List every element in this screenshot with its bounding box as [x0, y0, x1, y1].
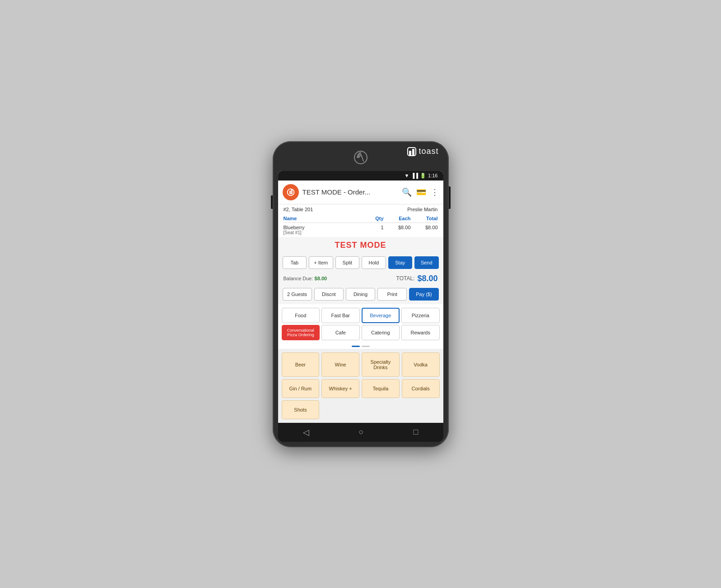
total-amount: $8.00 [417, 274, 437, 283]
signal-icon: ▐▐ [411, 173, 418, 178]
nav-recent[interactable]: □ [414, 427, 419, 437]
cat-cafe[interactable]: Cafe [321, 325, 360, 340]
side-button-left [271, 195, 273, 209]
total-label: TOTAL: [396, 275, 415, 282]
menu-section: Beer Wine Specialty Drinks Vodka Gin / R… [278, 349, 443, 423]
send-button[interactable]: Send [414, 256, 439, 269]
category-tabs-row1: Food Fast Bar Beverage Pizzeria [282, 308, 440, 323]
menu-beer[interactable]: Beer [282, 352, 320, 377]
balance-info: Balance Due: $8.00 [284, 276, 327, 281]
test-mode-banner: TEST MODE [278, 237, 443, 254]
menu-specialty-drinks[interactable]: Specialty Drinks [362, 352, 400, 377]
balance-amount: $8.00 [315, 276, 327, 281]
svg-rect-2 [408, 148, 416, 156]
cat-rewards[interactable]: Rewards [401, 325, 440, 340]
wifi-icon: ▼ [405, 173, 409, 178]
item-button[interactable]: + Item [309, 256, 333, 269]
menu-grid-row1: Beer Wine Specialty Drinks Vodka [282, 352, 440, 377]
order-row: Blueberry [Seat #1] 1 $8.00 $8.00 [284, 223, 438, 237]
battery-icon: 🔋 [420, 173, 426, 179]
nav-back[interactable]: ◁ [303, 427, 309, 437]
cat-catering[interactable]: Catering [362, 325, 400, 340]
app-logo [283, 184, 299, 200]
guests-button[interactable]: 2 Guests [283, 288, 312, 301]
table-info: #2, Table 201 [284, 207, 313, 212]
nfc-icon [353, 149, 369, 166]
toast-logo: toast [407, 147, 438, 157]
tab-indicator [282, 344, 440, 349]
svg-rect-5 [289, 190, 291, 194]
menu-empty-2 [362, 400, 400, 419]
hold-button[interactable]: Hold [362, 256, 386, 269]
order-table: Name Qty Each Total Blueberry [Seat #1] … [278, 214, 443, 237]
screen: ▼ ▐▐ 🔋 1:16 TEST MODE - Order... 🔍 💳 ⋮ #… [278, 171, 443, 442]
app-bar-actions: 🔍 💳 ⋮ [402, 187, 439, 197]
menu-empty-3 [402, 400, 440, 419]
split-button[interactable]: Split [335, 256, 360, 269]
more-menu-icon[interactable]: ⋮ [431, 187, 439, 197]
menu-whiskey[interactable]: Whiskey + [321, 379, 359, 398]
item-seat: [Seat #1] [284, 230, 366, 235]
item-name: Blueberry [284, 225, 366, 230]
order-info-bar: #2, Table 201 Preslie Martin [278, 204, 443, 214]
status-icons: ▼ ▐▐ 🔋 1:16 [405, 173, 438, 179]
item-cell: Blueberry [Seat #1] [284, 225, 366, 235]
dot-2 [362, 346, 370, 347]
pay-button[interactable]: Pay ($) [409, 288, 438, 301]
svg-rect-4 [412, 149, 414, 155]
nav-home[interactable]: ○ [359, 427, 364, 437]
balance-label: Balance Due: [284, 276, 313, 281]
menu-cordials[interactable]: Cordials [402, 379, 440, 398]
wallet-icon[interactable]: 💳 [416, 187, 426, 197]
device-top: toast [278, 149, 443, 171]
col-total: Total [411, 216, 438, 221]
menu-vodka[interactable]: Vodka [402, 352, 440, 377]
device: toast ▼ ▐▐ 🔋 1:16 TEST MODE - Order... 🔍… [273, 141, 449, 447]
menu-grid-row2: Gin / Rum Whiskey + Tequila Cordials [282, 379, 440, 398]
order-table-header: Name Qty Each Total [284, 214, 438, 223]
balance-row: Balance Due: $8.00 TOTAL: $8.00 [278, 272, 443, 286]
category-tabs-row2: Conversational Pizza Ordering Cafe Cater… [282, 325, 440, 344]
dot-1 [352, 346, 360, 347]
time: 1:16 [428, 173, 437, 178]
svg-rect-3 [409, 151, 411, 155]
item-each: $8.00 [384, 225, 411, 235]
bottom-action-row: 2 Guests Discnt Dining Print Pay ($) [278, 286, 443, 304]
action-row-1: Tab + Item Split Hold Stay Send [278, 254, 443, 272]
status-bar: ▼ ▐▐ 🔋 1:16 [278, 171, 443, 181]
col-each: Each [384, 216, 411, 221]
col-name: Name [284, 216, 366, 221]
stay-button[interactable]: Stay [388, 256, 413, 269]
app-title: TEST MODE - Order... [302, 188, 398, 196]
svg-line-1 [361, 154, 363, 161]
print-button[interactable]: Print [377, 288, 407, 301]
tab-button[interactable]: Tab [283, 256, 307, 269]
svg-point-0 [354, 151, 367, 164]
item-qty: 1 [366, 225, 384, 235]
menu-shots[interactable]: Shots [282, 400, 320, 419]
dining-button[interactable]: Dining [346, 288, 375, 301]
server-name: Preslie Martin [407, 207, 437, 212]
col-qty: Qty [366, 216, 384, 221]
discount-button[interactable]: Discnt [314, 288, 344, 301]
menu-grid-row3: Shots [282, 400, 440, 419]
svg-rect-6 [291, 189, 292, 194]
nav-bar: ◁ ○ □ [278, 423, 443, 442]
cat-conversational[interactable]: Conversational Pizza Ordering [282, 325, 320, 340]
category-section: Food Fast Bar Beverage Pizzeria Conversa… [278, 304, 443, 349]
cat-fast-bar[interactable]: Fast Bar [321, 308, 360, 323]
menu-gin-rum[interactable]: Gin / Rum [282, 379, 320, 398]
menu-tequila[interactable]: Tequila [362, 379, 400, 398]
cat-beverage[interactable]: Beverage [362, 308, 400, 323]
menu-empty-1 [321, 400, 359, 419]
app-bar: TEST MODE - Order... 🔍 💳 ⋮ [278, 181, 443, 204]
side-button-right [449, 186, 451, 209]
cat-food[interactable]: Food [282, 308, 320, 323]
item-total: $8.00 [411, 225, 438, 235]
menu-wine[interactable]: Wine [321, 352, 359, 377]
search-icon[interactable]: 🔍 [402, 187, 412, 197]
cat-pizzeria[interactable]: Pizzeria [401, 308, 440, 323]
total-info: TOTAL: $8.00 [396, 274, 438, 283]
